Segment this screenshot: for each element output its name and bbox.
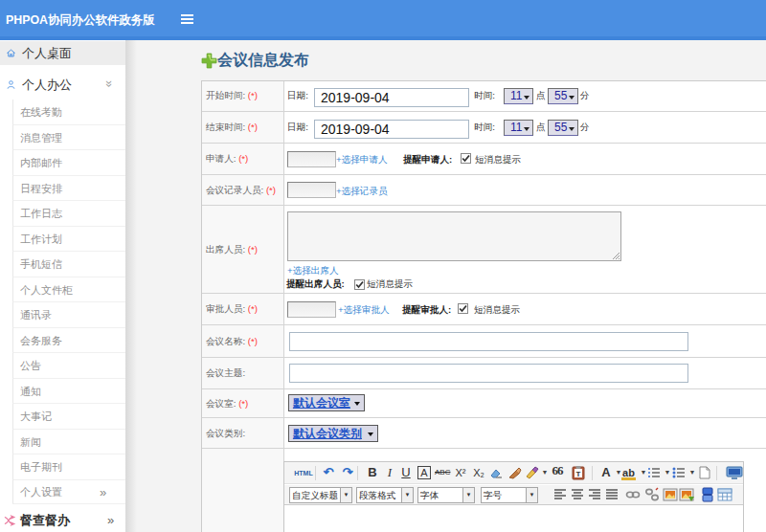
svg-text:T: T: [576, 470, 581, 478]
